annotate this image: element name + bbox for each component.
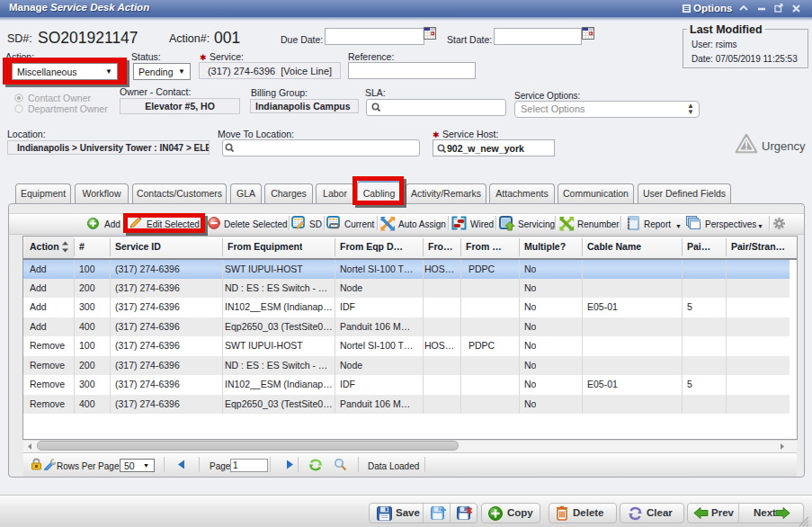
svg-text:!: ! <box>745 139 748 152</box>
